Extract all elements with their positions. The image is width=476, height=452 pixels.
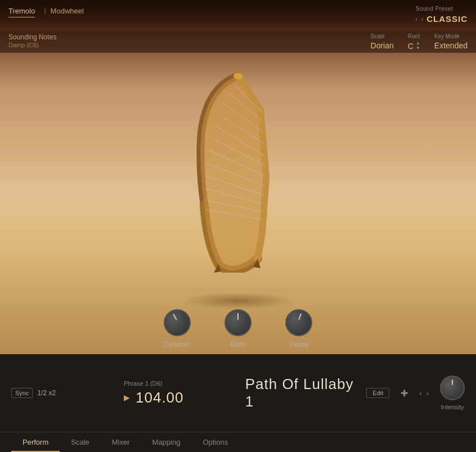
body-knob-indicator <box>237 313 239 320</box>
info-bar: Sounding Notes Damp (C6) Scale Dorian Ro… <box>0 31 476 53</box>
preset-nav: ‹ › CLASSIC <box>416 14 468 24</box>
decay-label: Decay <box>289 341 308 349</box>
prev-phrase-arrow[interactable]: ‹ <box>419 389 421 397</box>
key-mode-value[interactable]: Extended <box>434 41 468 50</box>
intensity-group: Intensity <box>440 376 465 410</box>
top-right: Sound Preset ‹ › CLASSIC <box>416 6 468 24</box>
floor-shadow <box>182 292 294 309</box>
root-label: Root <box>408 33 420 39</box>
top-left: Tremolo | Modwheel <box>8 6 416 16</box>
svg-point-12 <box>233 73 243 79</box>
root-up-arrow[interactable]: ▲ <box>416 41 420 46</box>
root-down-arrow[interactable]: ▼ <box>416 46 420 51</box>
nav-arrows: ‹ › <box>419 389 429 397</box>
info-right: Scale Dorian Root C ▲ ▼ Key Mode Extende… <box>371 33 468 51</box>
dynamic-label: Dynamic <box>164 341 191 349</box>
transport-center: Phrase 1 (D6) ▶ 104.00 <box>113 380 245 406</box>
scale-value[interactable]: Dorian <box>371 41 394 50</box>
tab-modwheel[interactable]: Modwheel <box>51 6 88 16</box>
info-left: Sounding Notes Damp (C6) <box>8 33 56 48</box>
phrase-label: Phrase 1 (D6) <box>124 380 245 387</box>
key-mode-group: Key Mode Extended <box>434 33 468 50</box>
harp-image <box>173 65 303 273</box>
dynamic-knob-indicator <box>173 314 177 320</box>
sounding-notes-label: Sounding Notes <box>8 33 56 41</box>
nav-tab-options[interactable]: Options <box>191 432 239 452</box>
transport-row: Sync 1/2 x2 Phrase 1 (D6) ▶ 104.00 Path … <box>0 354 476 432</box>
preset-name: CLASSIC <box>426 14 468 24</box>
decay-knob-indicator <box>298 313 302 320</box>
knob-body-group: Body <box>224 309 252 349</box>
tab-tremolo[interactable]: Tremolo <box>8 6 39 16</box>
phrase-name: Path Of Lullaby 1 <box>245 376 367 410</box>
nav-tab-scale[interactable]: Scale <box>60 432 101 452</box>
body-label: Body <box>230 341 245 349</box>
preset-next-arrow[interactable]: › <box>421 16 423 22</box>
intensity-knob[interactable] <box>440 376 465 400</box>
sync-values: 1/2 x2 <box>37 389 56 397</box>
play-icon[interactable]: ▶ <box>124 393 130 402</box>
transport-right: Edit ✚ ‹ › Intensity <box>366 376 465 410</box>
tempo-row: ▶ 104.00 <box>124 389 245 406</box>
damp-label: Damp (C6) <box>8 42 56 48</box>
knob-dynamic-group: Dynamic <box>164 309 191 349</box>
nav-tab-mixer[interactable]: Mixer <box>101 432 141 452</box>
body-knob[interactable] <box>224 309 252 336</box>
dynamic-knob[interactable] <box>164 309 191 336</box>
preset-prev-arrow[interactable]: ‹ <box>416 16 418 22</box>
instrument-area: Tremolo | Modwheel Sound Preset ‹ › CLAS… <box>0 0 476 354</box>
tempo-value: 104.00 <box>136 389 184 406</box>
intensity-label: Intensity <box>441 404 464 410</box>
next-phrase-arrow[interactable]: › <box>426 389 429 397</box>
key-mode-label: Key Mode <box>434 33 468 39</box>
sound-preset-label: Sound Preset <box>416 6 453 12</box>
nav-tab-perform[interactable]: Perform <box>11 432 60 452</box>
bottom-bar: Sync 1/2 x2 Phrase 1 (D6) ▶ 104.00 Path … <box>0 354 476 452</box>
knob-decay-group: Decay <box>285 309 312 349</box>
scale-label: Scale <box>371 33 394 39</box>
intensity-indicator <box>452 379 453 385</box>
edit-button[interactable]: Edit <box>366 388 389 398</box>
root-value: C <box>408 42 414 51</box>
knobs-area: Dynamic Body Decay <box>164 309 312 349</box>
decay-knob[interactable] <box>285 309 312 336</box>
root-group: Root C ▲ ▼ <box>408 33 420 51</box>
scale-group: Scale Dorian <box>371 33 394 50</box>
sync-button[interactable]: Sync <box>11 388 33 398</box>
top-bar: Tremolo | Modwheel Sound Preset ‹ › CLAS… <box>0 0 476 31</box>
bottom-nav: Perform Scale Mixer Mapping Options <box>0 432 476 452</box>
harp-container <box>159 62 317 275</box>
transport-left: Sync 1/2 x2 <box>11 388 113 398</box>
move-icon[interactable]: ✚ <box>401 388 408 399</box>
nav-tab-mapping[interactable]: Mapping <box>141 432 192 452</box>
